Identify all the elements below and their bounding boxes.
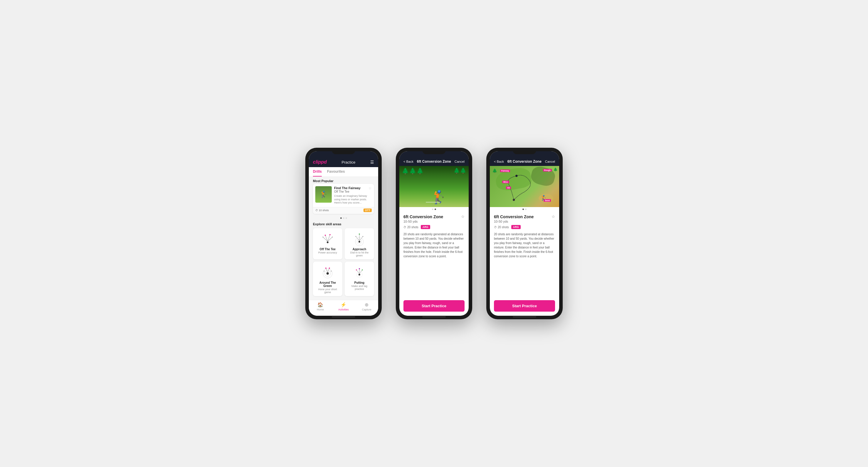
svg-point-18 <box>327 272 329 275</box>
svg-point-7 <box>322 237 323 238</box>
drill-photo: 🌲🌲🌲 🌲🌲 🏌️ <box>399 166 469 207</box>
skill-areas-grid: Off The Tee Power accuracy <box>309 227 378 300</box>
dot-1 <box>340 218 342 219</box>
approach-name: Approach <box>347 247 372 251</box>
svg-point-36 <box>516 175 518 177</box>
skill-card-ott[interactable]: Off The Tee Power accuracy <box>313 228 342 259</box>
back-button-3[interactable]: < Back <box>494 160 504 163</box>
svg-point-25 <box>324 271 325 272</box>
cancel-button-3[interactable]: Cancel <box>545 160 555 163</box>
trees-left: 🌲🌲🌲 <box>402 167 424 174</box>
map-golfer: 🏌️ <box>540 195 547 201</box>
skill-card-atg[interactable]: Around The Green Hone your short game <box>313 262 342 296</box>
start-practice-btn-2[interactable]: Start Practice <box>403 300 465 312</box>
capture-icon: ⊕ <box>365 302 369 307</box>
shots-info-3: ⏱ 20 shots <box>494 226 509 229</box>
svg-point-6 <box>330 234 331 235</box>
svg-point-5 <box>325 235 326 236</box>
tabs-bar: Drills Favourites <box>309 167 378 177</box>
skill-card-putting[interactable]: Putting Make and lag practice <box>345 262 374 296</box>
approach-svg <box>352 231 367 246</box>
carousel-dots <box>309 216 378 220</box>
activities-icon: ⚡ <box>341 302 346 307</box>
nav-home-label: Home <box>317 308 324 311</box>
thumbnail-golfer-icon: 🏌️ <box>320 191 328 198</box>
svg-point-24 <box>329 268 330 269</box>
phone-3: < Back 6ft Conversion Zone Cancel 🌲 <box>486 148 563 319</box>
spacer-2 <box>399 261 469 267</box>
dot-2 <box>343 218 344 219</box>
svg-point-26 <box>331 271 332 272</box>
svg-point-31 <box>359 268 360 269</box>
home-bar-1 <box>332 316 355 318</box>
card-title: Find The Fairway <box>334 186 361 190</box>
map-label-rough: Rough <box>543 169 552 171</box>
drill-info-3: 6ft Conversion Zone ☆ 10-50 yds ⏱ 20 sho… <box>490 211 559 261</box>
atg-sub: Hone your short game <box>315 288 340 294</box>
back-button-2[interactable]: < Back <box>403 160 413 163</box>
cancel-button-2[interactable]: Cancel <box>455 160 465 163</box>
drill-title-2: 6ft Conversion Zone ☆ <box>403 214 465 219</box>
putting-sub: Make and lag practice <box>347 285 372 291</box>
dot3-2 <box>525 208 527 210</box>
svg-point-27 <box>359 274 360 275</box>
nav-home[interactable]: 🏠 Home <box>309 302 332 311</box>
putting-svg <box>352 265 367 280</box>
map-label-fairway: Fairway <box>500 169 510 172</box>
drill-meta-2: ⏱ 20 shots ARG <box>403 225 465 229</box>
phone-2: < Back 6ft Conversion Zone Cancel 🌲🌲🌲 🌲🌲… <box>396 148 472 319</box>
nav-activities[interactable]: ⚡ Activities <box>332 302 355 311</box>
drill-info-2: 6ft Conversion Zone ☆ 10-50 yds ⏱ 20 sho… <box>399 211 469 261</box>
putting-icon <box>347 265 372 280</box>
start-practice-btn-3[interactable]: Start Practice <box>494 300 555 312</box>
featured-drill-card[interactable]: 🏌️ Find The Fairway Off The Tee ☆ <box>313 184 374 214</box>
photo-dots-2 <box>399 207 469 211</box>
ott-sub: Power accuracy <box>315 251 340 254</box>
phone-1: clippd Practice ☰ Drills Favourites Most… <box>305 148 382 319</box>
nav-capture-label: Capture <box>362 308 371 311</box>
svg-point-32 <box>356 269 357 270</box>
screen-2: < Back 6ft Conversion Zone Cancel 🌲🌲🌲 🌲🌲… <box>399 151 469 316</box>
map-label-hit: Hit <box>506 187 511 189</box>
nav-capture[interactable]: ⊕ Capture <box>355 302 378 311</box>
fav-icon-3[interactable]: ☆ <box>552 214 555 219</box>
approach-icon <box>347 231 372 246</box>
card-description: Create an imaginary fairway using trees … <box>334 194 372 205</box>
dot2-1 <box>432 208 433 210</box>
home-icon: 🏠 <box>317 302 323 307</box>
notch-2 <box>422 148 446 154</box>
detail-title-3: 6ft Conversion Zone <box>507 160 541 164</box>
atg-name: Around The Green <box>315 281 340 288</box>
svg-point-0 <box>327 241 329 243</box>
bottom-nav: 🏠 Home ⚡ Activities ⊕ Capture <box>309 300 378 316</box>
fav-icon-2[interactable]: ☆ <box>461 214 465 219</box>
drill-description-2: 20 shots are randomly generated at dista… <box>403 232 465 259</box>
dot-3 <box>346 218 347 219</box>
menu-icon[interactable]: ☰ <box>370 160 374 165</box>
tab-favourites[interactable]: Favourites <box>327 167 345 176</box>
ground-line <box>426 202 440 203</box>
shots-info-2: ⏱ 20 shots <box>403 226 418 229</box>
photo-dots-3 <box>490 207 559 211</box>
card-subtitle: Off The Tee <box>334 190 361 193</box>
svg-point-17 <box>363 236 364 237</box>
svg-point-23 <box>325 268 327 269</box>
ott-icon <box>315 231 340 246</box>
skill-card-approach[interactable]: Approach Dial-in to hit the green <box>345 228 374 259</box>
spacer-3 <box>490 261 559 267</box>
dot2-2 <box>435 208 436 210</box>
app-logo: clippd <box>313 160 327 165</box>
favourite-icon[interactable]: ☆ <box>369 186 372 193</box>
card-footer: ⏱ 10 shots OTT <box>313 207 374 214</box>
tab-drills[interactable]: Drills <box>313 167 322 176</box>
approach-sub: Dial-in to hit the green <box>347 251 372 257</box>
atg-svg <box>320 265 335 280</box>
course-map: 🌲 🌲 Fairway Rough Miss Hit Sand 🏌 <box>490 166 559 207</box>
drill-meta-3: ⏱ 20 shots ARG <box>494 225 555 229</box>
svg-point-16 <box>355 236 356 237</box>
svg-point-33 <box>362 269 363 270</box>
drill-tag: OTT <box>364 208 372 212</box>
shots-label: 10 shots <box>319 209 329 212</box>
ott-svg <box>320 231 335 246</box>
card-text: Find The Fairway Off The Tee ☆ Create an… <box>334 186 372 205</box>
